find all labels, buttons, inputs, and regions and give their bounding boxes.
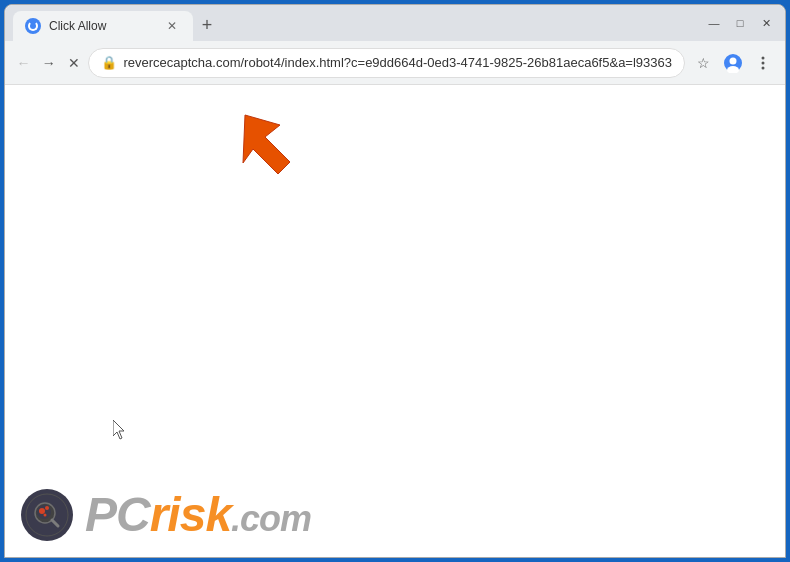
tab-strip: Click Allow ✕ +: [5, 5, 695, 41]
address-bar[interactable]: 🔒 revercecaptcha.com/robot4/index.html?c…: [88, 48, 685, 78]
title-bar: Click Allow ✕ + — □ ✕: [5, 5, 785, 41]
lock-icon: 🔒: [101, 55, 117, 70]
menu-icon: [755, 55, 771, 71]
bookmark-button[interactable]: ☆: [689, 49, 717, 77]
close-button[interactable]: ✕: [755, 12, 777, 34]
profile-button[interactable]: [719, 49, 747, 77]
watermark-risk: risk: [150, 488, 231, 541]
mouse-cursor: [113, 420, 125, 438]
svg-point-13: [44, 514, 47, 517]
tab-title: Click Allow: [49, 19, 155, 33]
svg-point-4: [762, 61, 765, 64]
svg-point-5: [762, 66, 765, 69]
forward-button[interactable]: →: [38, 49, 59, 77]
tab-favicon: [25, 18, 41, 34]
svg-point-12: [45, 506, 49, 510]
svg-point-3: [762, 56, 765, 59]
svg-marker-6: [243, 115, 290, 174]
pcrisk-logo-icon: [25, 493, 69, 537]
toolbar: ← → ✕ 🔒 revercecaptcha.com/robot4/index.…: [5, 41, 785, 85]
arrow-icon: [235, 105, 315, 185]
svg-marker-7: [113, 420, 124, 439]
maximize-button[interactable]: □: [729, 12, 751, 34]
svg-point-1: [730, 57, 737, 64]
new-tab-button[interactable]: +: [193, 11, 221, 39]
toolbar-actions: ☆: [689, 49, 777, 77]
watermark-dotcom: .com: [231, 498, 311, 539]
menu-button[interactable]: [749, 49, 777, 77]
browser-window: Click Allow ✕ + — □ ✕ ← → ✕: [4, 4, 786, 558]
active-tab[interactable]: Click Allow ✕: [13, 11, 193, 41]
watermark-text-block: PCrisk.com: [85, 491, 311, 539]
svg-point-11: [39, 508, 45, 514]
arrow-annotation: [235, 105, 315, 189]
favicon-spinner: [28, 21, 38, 31]
window-controls: — □ ✕: [695, 5, 785, 41]
tab-close-button[interactable]: ✕: [163, 17, 181, 35]
watermark-pc: PC: [85, 488, 150, 541]
page-content: PCrisk.com: [5, 85, 785, 557]
minimize-button[interactable]: —: [703, 12, 725, 34]
url-display: revercecaptcha.com/robot4/index.html?c=e…: [123, 55, 672, 70]
watermark: PCrisk.com: [21, 489, 311, 541]
reload-button[interactable]: ✕: [63, 49, 84, 77]
back-button[interactable]: ←: [13, 49, 34, 77]
profile-icon: [723, 53, 743, 73]
watermark-logo: [21, 489, 73, 541]
